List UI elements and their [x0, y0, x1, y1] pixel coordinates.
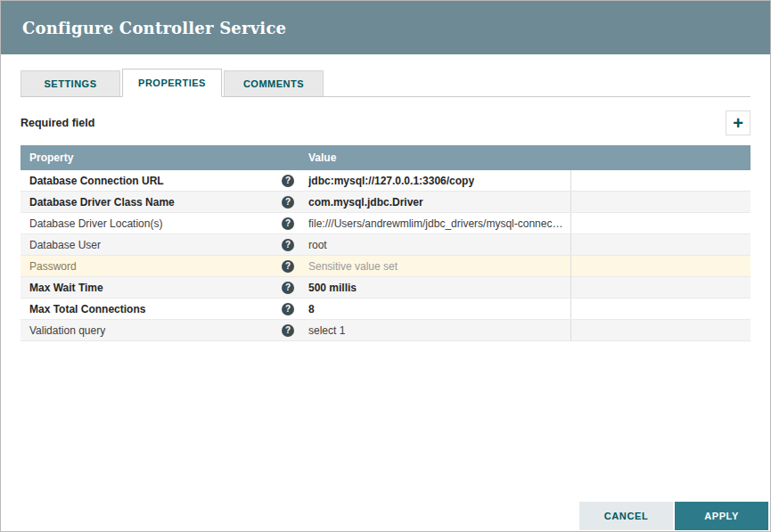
- extra-cell: [571, 277, 750, 298]
- property-value: jdbc:mysql://127.0.0.1:3306/copy: [308, 175, 474, 187]
- value-cell[interactable]: 500 millis: [301, 277, 571, 298]
- properties-table: Property Value Database Connection URL ?…: [21, 145, 750, 341]
- configure-controller-service-dialog: Configure Controller Service SETTINGS PR…: [0, 0, 771, 532]
- table-row[interactable]: Database Connection URL ? jdbc:mysql://1…: [21, 170, 750, 192]
- help-icon[interactable]: ?: [282, 217, 294, 230]
- column-header-value: Value: [301, 151, 571, 164]
- table-row[interactable]: Max Wait Time ? 500 millis: [21, 277, 750, 299]
- property-value: 500 millis: [308, 282, 357, 294]
- table-header-row: Property Value: [21, 145, 750, 170]
- property-value: file:///Users/andrewmlim/jdbc_drivers/my…: [308, 217, 563, 230]
- extra-cell: [571, 170, 750, 191]
- tab-comments[interactable]: COMMENTS: [224, 70, 324, 97]
- value-cell[interactable]: file:///Users/andrewmlim/jdbc_drivers/my…: [301, 213, 571, 233]
- dialog-header: Configure Controller Service: [1, 1, 770, 54]
- cancel-button[interactable]: CANCEL: [579, 502, 673, 530]
- property-value: com.mysql.jdbc.Driver: [308, 196, 423, 209]
- help-icon[interactable]: ?: [282, 303, 294, 315]
- property-cell: Database Driver Class Name ?: [21, 192, 301, 212]
- help-icon[interactable]: ?: [282, 175, 294, 187]
- tab-settings[interactable]: SETTINGS: [21, 70, 120, 97]
- property-name: Max Wait Time: [29, 282, 103, 294]
- value-cell[interactable]: 8: [301, 299, 571, 319]
- property-cell: Validation query ?: [21, 320, 301, 340]
- property-name: Database Driver Location(s): [29, 217, 162, 230]
- table-row[interactable]: Validation query ? select 1: [21, 320, 750, 341]
- dialog-title: Configure Controller Service: [22, 19, 286, 37]
- extra-cell: [571, 192, 750, 212]
- help-icon[interactable]: ?: [282, 324, 294, 337]
- property-cell: Max Total Connections ?: [21, 299, 301, 319]
- table-row[interactable]: Max Total Connections ? 8: [21, 299, 750, 320]
- value-cell[interactable]: Sensitive value set: [301, 256, 571, 276]
- property-value: 8: [308, 303, 315, 315]
- property-cell: Max Wait Time ?: [21, 277, 301, 298]
- extra-cell: [571, 234, 750, 255]
- property-cell: Database Driver Location(s) ?: [21, 213, 301, 233]
- table-row[interactable]: Password ? Sensitive value set: [21, 256, 750, 277]
- property-name: Database Driver Class Name: [29, 196, 175, 209]
- dialog-footer: CANCEL APPLY: [579, 502, 768, 530]
- table-toolbar: Required field +: [21, 110, 750, 136]
- add-property-button[interactable]: +: [726, 110, 750, 135]
- tab-properties[interactable]: PROPERTIES: [122, 69, 222, 97]
- table-row[interactable]: Database User ? root: [21, 234, 750, 256]
- property-value: Sensitive value set: [308, 260, 398, 273]
- value-cell[interactable]: com.mysql.jdbc.Driver: [301, 192, 571, 212]
- tab-bar: SETTINGS PROPERTIES COMMENTS: [21, 69, 750, 97]
- plus-icon: +: [733, 113, 743, 133]
- value-cell[interactable]: select 1: [301, 320, 571, 340]
- column-header-property: Property: [21, 151, 301, 164]
- extra-cell: [571, 256, 750, 276]
- property-name: Database Connection URL: [29, 175, 164, 187]
- property-cell: Database User ?: [21, 234, 301, 255]
- extra-cell: [571, 213, 750, 233]
- table-row[interactable]: Database Driver Location(s) ? file:///Us…: [21, 213, 750, 234]
- value-cell[interactable]: root: [301, 234, 571, 255]
- property-value: select 1: [308, 324, 345, 337]
- value-cell[interactable]: jdbc:mysql://127.0.0.1:3306/copy: [301, 170, 571, 191]
- required-field-label: Required field: [21, 117, 94, 129]
- property-value: root: [308, 239, 327, 251]
- help-icon[interactable]: ?: [282, 239, 294, 251]
- extra-cell: [571, 299, 750, 319]
- property-name: Database User: [29, 239, 101, 251]
- extra-cell: [571, 320, 750, 340]
- table-body: Database Connection URL ? jdbc:mysql://1…: [21, 170, 750, 341]
- property-name: Max Total Connections: [29, 303, 145, 315]
- apply-button[interactable]: APPLY: [675, 502, 768, 530]
- help-icon[interactable]: ?: [282, 282, 294, 294]
- property-cell: Database Connection URL ?: [21, 170, 301, 191]
- dialog-body: SETTINGS PROPERTIES COMMENTS Required fi…: [1, 54, 770, 341]
- help-icon[interactable]: ?: [282, 260, 294, 273]
- property-cell: Password ?: [21, 256, 301, 276]
- property-name: Validation query: [29, 324, 105, 337]
- help-icon[interactable]: ?: [282, 196, 294, 209]
- table-row[interactable]: Database Driver Class Name ? com.mysql.j…: [21, 192, 750, 213]
- property-name: Password: [29, 260, 77, 273]
